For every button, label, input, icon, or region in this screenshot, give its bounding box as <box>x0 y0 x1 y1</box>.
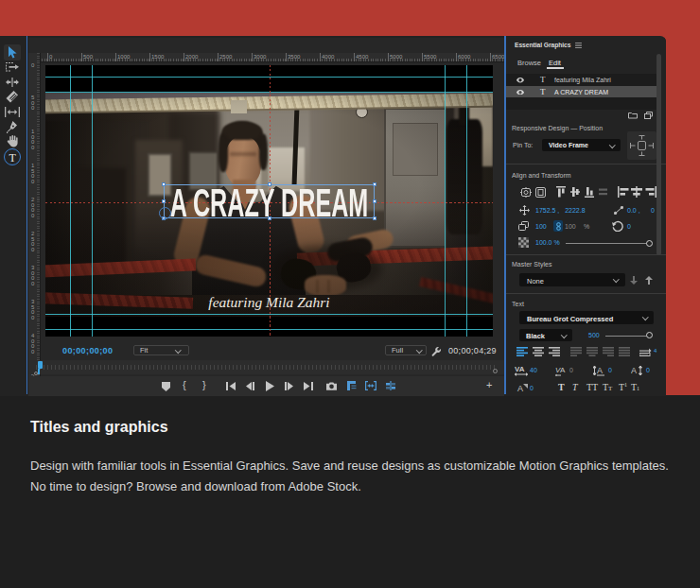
svg-text:VA: VA <box>515 365 525 373</box>
svg-text:A: A <box>517 384 523 393</box>
svg-text:A: A <box>560 366 566 374</box>
svg-text:A: A <box>631 366 637 375</box>
svg-text:A: A <box>597 366 603 375</box>
